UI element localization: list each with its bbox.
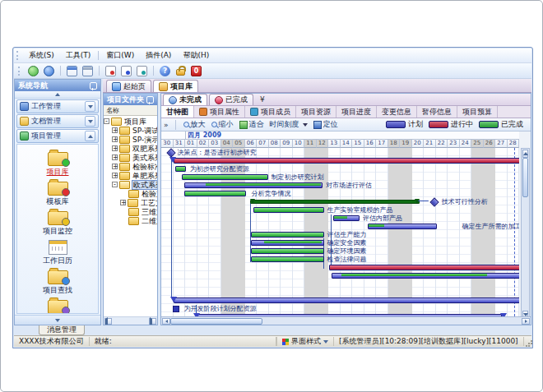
gantt-vertical-scrollbar[interactable] xyxy=(521,148,530,316)
expand-icon[interactable]: + xyxy=(112,164,118,169)
sidebar-item-entry[interactable]: 项目监控 xyxy=(17,208,98,235)
menu-item[interactable]: 插件(A) xyxy=(140,49,177,62)
tree-column-header[interactable]: 名称 xyxy=(104,105,157,116)
toolbar-overflow-icon[interactable]: » xyxy=(164,121,169,129)
detail-tab[interactable]: 项目属性 xyxy=(194,106,245,118)
tree-node[interactable]: +SP-调试机系列 xyxy=(104,126,157,135)
tree-node[interactable]: 检验文件 xyxy=(104,189,157,198)
toolbar-button[interactable]: 0 xyxy=(189,64,203,77)
detail-tab[interactable]: 项目资源 xyxy=(296,106,336,118)
view-tab[interactable]: 已完成 xyxy=(209,94,253,105)
expand-icon[interactable]: + xyxy=(112,127,118,133)
gantt-bar-prog[interactable] xyxy=(174,158,519,164)
milestone-diamond-icon[interactable] xyxy=(166,148,175,157)
collapse-icon[interactable]: - xyxy=(112,182,118,187)
scroll-down-icon[interactable] xyxy=(522,311,528,316)
gantt-bar-done[interactable] xyxy=(334,216,348,219)
scroll-up-icon[interactable] xyxy=(522,150,528,158)
gantt-bar-done[interactable] xyxy=(264,241,322,243)
milestone-square-icon[interactable] xyxy=(173,306,179,312)
gantt-tool-fit[interactable]: 适合 xyxy=(239,119,265,130)
tree-node[interactable]: 二维文件 xyxy=(104,216,157,225)
toolbar-button[interactable]: ? xyxy=(158,64,172,77)
document-tab[interactable]: 项目库 xyxy=(153,80,198,92)
toolbar-button[interactable] xyxy=(174,64,188,77)
tab-overflow-button[interactable]: ¥ xyxy=(260,95,265,105)
toolbar-drag-grip[interactable] xyxy=(18,67,22,76)
tree-node[interactable]: 三维文件 xyxy=(104,207,157,216)
gantt-tool-zoom-in[interactable]: 放大 xyxy=(183,119,207,130)
toolbar-button[interactable] xyxy=(119,64,133,77)
document-tab[interactable]: 起始页 xyxy=(106,80,151,92)
expand-icon[interactable]: + xyxy=(112,154,118,160)
tree-node[interactable]: +检验标准 xyxy=(104,162,157,171)
sidebar-group[interactable]: 工作管理 xyxy=(16,99,99,113)
gantt-tool-locate[interactable]: 定位 xyxy=(313,119,339,130)
sidebar-item-active[interactable]: 项目库 xyxy=(17,149,98,176)
collapse-icon[interactable]: - xyxy=(104,118,109,124)
milestone-pent-icon[interactable] xyxy=(169,157,176,163)
tree-node[interactable]: +SP-演示机系列 xyxy=(104,135,157,144)
toolbar-button[interactable] xyxy=(135,64,149,77)
milestone-pent-icon[interactable] xyxy=(170,297,177,302)
gantt-bar-plan[interactable] xyxy=(174,297,519,303)
sidebar-group[interactable]: 项目管理 xyxy=(16,129,99,143)
milestone-pent-icon[interactable] xyxy=(500,313,507,316)
toolbar-button[interactable] xyxy=(65,64,79,77)
message-management-tab[interactable]: 消息管理 xyxy=(39,325,85,335)
gantt-bar-done[interactable] xyxy=(175,166,187,172)
scroll-right-icon[interactable] xyxy=(149,318,156,325)
sidebar-group[interactable]: 文档管理 xyxy=(16,114,99,128)
menu-drag-grip[interactable] xyxy=(16,51,21,60)
gantt-bar-thin[interactable] xyxy=(418,201,429,201)
gantt-bar-done[interactable] xyxy=(251,248,324,254)
sidebar-overflow-strip[interactable] xyxy=(15,315,100,325)
gantt-bar-done[interactable] xyxy=(369,224,385,227)
expand-icon[interactable]: + xyxy=(112,173,118,178)
scroll-left-icon[interactable] xyxy=(162,318,170,325)
tree-node[interactable]: -欧式系列 xyxy=(104,180,157,189)
vertical-scroll-thumb[interactable] xyxy=(522,158,528,197)
sidebar-item-entry[interactable]: 任务查找 xyxy=(17,297,98,314)
detail-tab[interactable]: 项目预算 xyxy=(457,106,498,118)
gantt-bar-done[interactable] xyxy=(253,207,324,213)
chevron-up-icon[interactable] xyxy=(85,131,95,141)
gantt-bar-summary[interactable] xyxy=(250,200,420,204)
detail-tab[interactable]: 项目成员 xyxy=(245,106,296,118)
gantt-bar-prog[interactable] xyxy=(329,265,519,270)
menu-item[interactable]: 帮助(H) xyxy=(177,49,215,62)
expand-icon[interactable]: + xyxy=(120,200,126,205)
chevron-down-icon[interactable] xyxy=(85,116,95,127)
pin-icon[interactable] xyxy=(146,96,154,104)
milestone-pent-icon[interactable] xyxy=(193,313,200,316)
sidebar-item-entry[interactable]: 项目查找 xyxy=(17,267,98,294)
menu-item[interactable]: 系统(S) xyxy=(23,49,60,62)
toolbar-button[interactable] xyxy=(104,64,118,77)
sidebar-collapse-strip[interactable] xyxy=(15,91,100,99)
toolbar-button[interactable] xyxy=(42,64,56,77)
tree-node[interactable]: +双肥系列 xyxy=(104,144,157,153)
tree-horizontal-scrollbar[interactable] xyxy=(104,316,157,325)
expand-icon[interactable]: + xyxy=(112,136,118,142)
gantt-bar-done[interactable] xyxy=(206,183,321,186)
ui-style-button[interactable]: 界面样式 xyxy=(276,337,334,346)
resize-grip-icon[interactable] xyxy=(524,337,531,346)
gantt-tool-none[interactable]: 时间刻度 xyxy=(269,119,309,130)
gantt-bar-done[interactable] xyxy=(341,274,487,276)
toolbar-button[interactable] xyxy=(81,64,95,77)
gantt-bar-plan[interactable] xyxy=(197,314,502,316)
gantt-tool-zoom-out[interactable]: 缩小 xyxy=(211,119,234,130)
detail-tab[interactable]: 甘特图 xyxy=(161,106,194,118)
gantt-horizontal-scrollbar[interactable] xyxy=(161,316,531,325)
horizontal-scroll-thumb[interactable] xyxy=(170,318,262,325)
tree-node[interactable]: -项目库 xyxy=(104,117,157,126)
tree-node[interactable]: +工艺文件 xyxy=(104,198,157,207)
gantt-bar-done[interactable] xyxy=(184,191,246,196)
tree-node[interactable]: +单肥系列 xyxy=(104,171,157,180)
scroll-right-icon[interactable] xyxy=(522,318,530,325)
detail-tab[interactable]: 变更信息 xyxy=(377,106,417,118)
menu-item[interactable]: 窗口(W) xyxy=(100,49,140,62)
gantt-bar-done[interactable] xyxy=(251,256,324,262)
scroll-left-icon[interactable] xyxy=(104,318,112,325)
chevron-down-icon[interactable] xyxy=(85,101,95,112)
